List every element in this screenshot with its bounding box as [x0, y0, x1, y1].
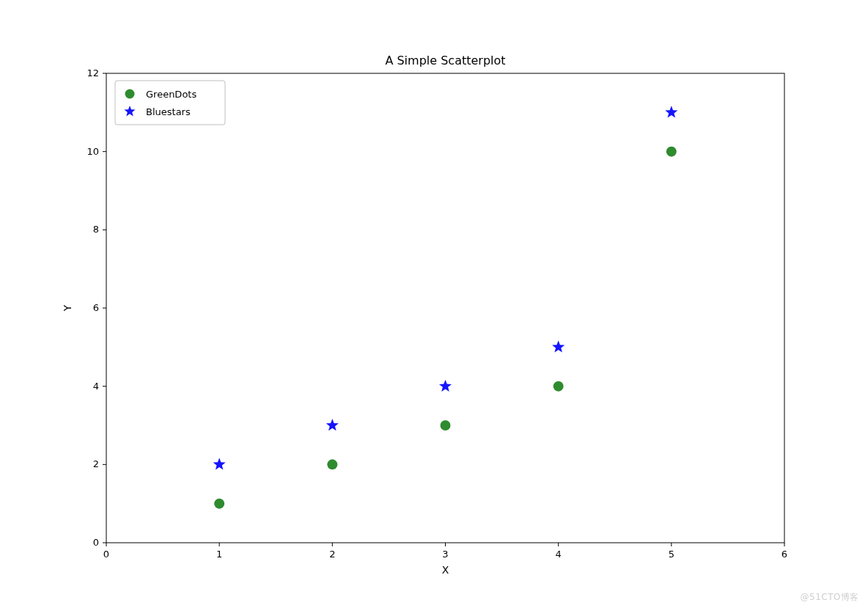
- scatter-chart: 0123456024681012XYA Simple ScatterplotGr…: [0, 0, 868, 608]
- watermark: @51CTO博客: [801, 591, 859, 604]
- data-point-circle: [666, 147, 677, 157]
- y-tick-label: 6: [93, 302, 99, 313]
- data-point-star: [665, 106, 677, 117]
- data-point-circle: [327, 459, 337, 469]
- data-point-star: [213, 458, 226, 469]
- y-tick-label: 12: [87, 67, 99, 78]
- data-point-circle: [441, 420, 451, 431]
- chart-svg: 0123456024681012XYA Simple ScatterplotGr…: [0, 0, 868, 608]
- y-axis-label: Y: [62, 304, 73, 312]
- plot-border: [106, 73, 784, 543]
- legend-box: [115, 81, 225, 125]
- y-tick-label: 0: [93, 537, 99, 548]
- legend-label: Bluestars: [146, 106, 191, 117]
- y-tick-label: 8: [93, 224, 99, 235]
- data-point-star: [326, 419, 339, 431]
- legend-marker-circle: [125, 89, 135, 99]
- x-axis-label: X: [442, 564, 449, 576]
- data-point-star: [552, 340, 564, 352]
- x-tick-label: 2: [329, 549, 335, 560]
- x-tick-label: 3: [442, 549, 448, 560]
- x-tick-label: 5: [669, 549, 674, 560]
- data-point-star: [439, 380, 452, 392]
- y-tick-label: 10: [87, 146, 99, 157]
- y-tick-label: 2: [93, 458, 99, 469]
- x-tick-label: 6: [781, 549, 787, 560]
- x-tick-label: 0: [103, 549, 109, 560]
- data-point-circle: [553, 381, 564, 392]
- x-tick-label: 4: [556, 549, 562, 560]
- x-tick-label: 1: [216, 549, 222, 560]
- y-tick-label: 4: [93, 381, 99, 392]
- legend-label: GreenDots: [146, 89, 196, 100]
- data-point-circle: [214, 499, 224, 509]
- chart-title: A Simple Scatterplot: [385, 54, 505, 67]
